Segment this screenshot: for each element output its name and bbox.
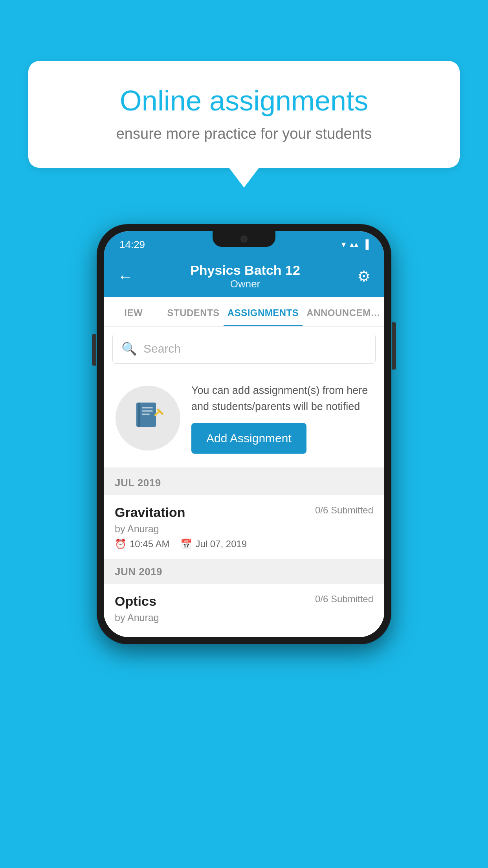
settings-icon[interactable]: ⚙ xyxy=(357,268,371,285)
promo-block: You can add assignment(s) from here and … xyxy=(104,371,384,471)
search-icon: 🔍 xyxy=(121,341,137,356)
assignment-gravitation-meta: ⏰ 10:45 AM 📅 Jul 07, 2019 xyxy=(115,539,373,550)
assignment-gravitation-time: ⏰ 10:45 AM xyxy=(115,539,169,550)
promo-icon-circle xyxy=(116,386,180,451)
battery-icon: ▐ xyxy=(362,239,369,250)
back-button[interactable]: ← xyxy=(117,268,133,285)
assignment-gravitation-date: 📅 Jul 07, 2019 xyxy=(180,539,247,550)
speech-bubble-arrow xyxy=(229,168,259,188)
tab-iew[interactable]: IEW xyxy=(104,297,163,326)
assignment-gravitation-submitted: 0/6 Submitted xyxy=(315,505,373,516)
assignment-optics-submitted: 0/6 Submitted xyxy=(315,594,373,605)
search-box[interactable]: 🔍 Search xyxy=(112,334,376,364)
wifi-icon: ▾ xyxy=(341,239,346,250)
app-bar-title: Physics Batch 12 xyxy=(190,263,300,278)
tabs-bar: IEW STUDENTS ASSIGNMENTS ANNOUNCEM… xyxy=(104,297,384,327)
assignment-gravitation-by: by Anurag xyxy=(115,523,373,535)
phone-screen: 14:29 ▾ ▴▴ ▐ ← Physics Batch 12 Owner ⚙ … xyxy=(104,231,384,637)
search-container: 🔍 Search xyxy=(104,327,384,371)
app-bar: ← Physics Batch 12 Owner ⚙ xyxy=(104,255,384,297)
section-header-jul-label: JUL 2019 xyxy=(115,477,161,489)
section-header-jun-label: JUN 2019 xyxy=(115,566,162,577)
speech-bubble-title: Online assignments xyxy=(56,85,432,117)
add-assignment-button[interactable]: Add Assignment xyxy=(191,423,306,454)
tab-assignments[interactable]: ASSIGNMENTS xyxy=(224,297,303,326)
speech-bubble-subtitle: ensure more practice for your students xyxy=(56,125,432,142)
clock-icon: ⏰ xyxy=(115,539,127,550)
calendar-icon: 📅 xyxy=(180,539,192,550)
section-header-jun: JUN 2019 xyxy=(104,559,384,584)
app-bar-title-block: Physics Batch 12 Owner xyxy=(190,263,300,290)
svg-rect-3 xyxy=(142,410,153,412)
section-header-jul: JUL 2019 xyxy=(104,471,384,495)
assignment-item-optics[interactable]: Optics 0/6 Submitted by Anurag xyxy=(104,584,384,637)
speech-bubble-container: Online assignments ensure more practice … xyxy=(28,61,460,188)
notebook-icon xyxy=(132,399,164,437)
search-placeholder: Search xyxy=(143,342,181,355)
svg-rect-2 xyxy=(142,407,153,408)
assignment-optics-by: by Anurag xyxy=(115,612,373,623)
assignment-optics-title: Optics xyxy=(115,594,156,609)
status-icons: ▾ ▴▴ ▐ xyxy=(341,239,369,250)
status-time: 14:29 xyxy=(119,239,145,251)
phone-outer: 14:29 ▾ ▴▴ ▐ ← Physics Batch 12 Owner ⚙ … xyxy=(97,224,391,644)
assignment-item-gravitation[interactable]: Gravitation 0/6 Submitted by Anurag ⏰ 10… xyxy=(104,495,384,559)
tab-students[interactable]: STUDENTS xyxy=(163,297,223,326)
signal-icon: ▴▴ xyxy=(350,239,358,250)
phone-container: 14:29 ▾ ▴▴ ▐ ← Physics Batch 12 Owner ⚙ … xyxy=(97,224,391,644)
svg-rect-4 xyxy=(142,414,150,415)
tab-announcements[interactable]: ANNOUNCEM… xyxy=(303,297,384,326)
phone-notch xyxy=(213,231,275,247)
assignment-gravitation-title: Gravitation xyxy=(115,505,185,520)
speech-bubble: Online assignments ensure more practice … xyxy=(28,61,460,168)
assignment-gravitation-header: Gravitation 0/6 Submitted xyxy=(115,505,373,520)
promo-content: You can add assignment(s) from here and … xyxy=(191,383,372,454)
svg-rect-1 xyxy=(138,403,140,427)
notch-camera xyxy=(240,235,248,243)
app-bar-subtitle: Owner xyxy=(190,278,300,290)
assignment-optics-header: Optics 0/6 Submitted xyxy=(115,594,373,609)
promo-text: You can add assignment(s) from here and … xyxy=(191,383,372,414)
